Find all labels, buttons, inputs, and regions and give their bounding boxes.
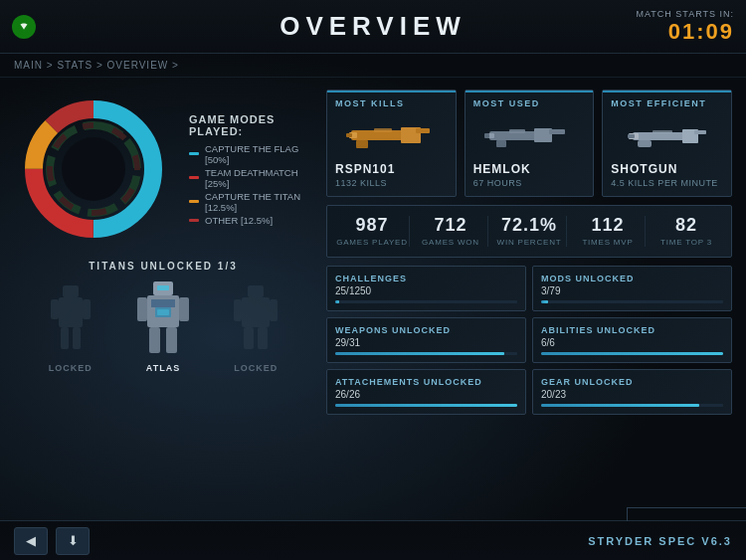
stat-label-games-played: GAMES PLAYED	[335, 238, 409, 247]
progress-bar-bg-abilities	[541, 352, 723, 355]
svg-point-7	[62, 137, 125, 201]
svg-rect-49	[694, 130, 706, 134]
weapon-card-most-used: MOST USED HEMLOK	[465, 90, 595, 197]
svg-rect-27	[270, 299, 278, 321]
stat-games-played: 987 GAMES PLAYED	[335, 216, 410, 247]
weapon-stat-used: 67 HOURS	[473, 178, 586, 188]
right-panel: MOST KILLS RSPN101	[326, 90, 732, 506]
titans-section: TITANS UNLOCKED 1/3	[14, 261, 312, 373]
mode-dot-ctf	[189, 152, 199, 155]
stat-label-win-percent: WIN PERCENT	[492, 238, 566, 247]
match-timer-label: MATCH STARTS IN:	[636, 9, 734, 19]
svg-rect-25	[242, 297, 270, 327]
progress-attachments: ATTACHEMENTS UNLOCKED 26/26	[326, 369, 526, 415]
svg-rect-29	[258, 327, 268, 349]
svg-rect-26	[234, 299, 242, 321]
breadcrumb: MAIN > STATS > OVERVIEW >	[0, 54, 746, 78]
svg-rect-40	[549, 129, 565, 134]
svg-rect-17	[151, 299, 175, 307]
mode-item-ctt: CAPTURE THE TITAN [12.5%]	[189, 191, 312, 213]
stat-label-times-mvp: TIMES MVP	[571, 238, 645, 247]
titan-figure-atlas	[133, 280, 193, 359]
progress-bar-bg-mods	[541, 300, 723, 303]
page-title: OVERVIEW	[280, 11, 466, 42]
mode-label-ctt: CAPTURE THE TITAN [12.5%]	[205, 191, 312, 213]
game-modes-title: GAME MODES PLAYED:	[189, 113, 312, 137]
svg-rect-23	[157, 309, 169, 315]
corner-decoration	[627, 507, 746, 521]
header: OVERVIEW MATCH STARTS IN: 01:09	[0, 0, 746, 54]
progress-label-gear: GEAR UNLOCKED	[541, 377, 723, 387]
svg-rect-35	[374, 128, 392, 132]
svg-rect-9	[59, 297, 83, 327]
svg-rect-50	[653, 130, 672, 133]
stat-value-times-mvp: 112	[571, 216, 645, 236]
svg-rect-20	[149, 327, 160, 353]
svg-rect-33	[416, 128, 430, 133]
progress-bar-fill-mods	[541, 300, 548, 303]
titan-figure-locked-2	[226, 280, 285, 359]
titan-item-locked-2: LOCKED	[226, 280, 285, 373]
svg-rect-43	[484, 133, 489, 138]
progress-value-weapons: 29/31	[335, 337, 517, 348]
weapon-card-most-kills: MOST KILLS RSPN101	[326, 90, 457, 197]
back-icon: ◀	[26, 533, 36, 548]
svg-rect-12	[61, 327, 69, 349]
progress-bar-fill-gear	[541, 404, 699, 407]
svg-rect-18	[137, 297, 147, 321]
mode-dot-ctt	[189, 200, 199, 203]
progress-bar-fill-weapons	[335, 352, 504, 355]
match-timer-value: 01:09	[636, 19, 734, 45]
progress-bar-fill-abilities	[541, 352, 723, 355]
progress-bar-fill-challenges	[335, 300, 339, 303]
svg-rect-19	[179, 297, 189, 321]
main-content: GAME MODES PLAYED: CAPTURE THE FLAG [50%…	[0, 78, 746, 518]
progress-bar-bg-gear	[541, 404, 723, 407]
titan-name-locked-2: LOCKED	[234, 363, 278, 373]
svg-rect-11	[83, 299, 91, 319]
progress-value-mods: 3/79	[541, 285, 723, 296]
weapon-image-efficient	[611, 114, 723, 158]
download-button[interactable]: ⬇	[56, 527, 90, 555]
svg-rect-13	[73, 327, 81, 349]
progress-label-weapons: WEAPONS UNLOCKED	[335, 325, 517, 335]
mode-dot-tdm	[189, 176, 199, 179]
weapon-image-used	[473, 114, 586, 158]
weapon-card-title-used: MOST USED	[473, 98, 586, 108]
svg-rect-10	[51, 299, 59, 319]
progress-value-abilities: 6/6	[541, 337, 723, 348]
weapon-card-title-kills: MOST KILLS	[335, 98, 448, 108]
progress-label-mods: MODS UNLOCKED	[541, 274, 723, 283]
svg-rect-48	[628, 134, 635, 138]
footer-buttons: ◀ ⬇	[14, 527, 90, 555]
svg-rect-21	[166, 327, 177, 353]
svg-rect-44	[633, 132, 690, 140]
titan-figure-locked-1	[41, 280, 100, 359]
titans-label: TITANS UNLOCKED 1/3	[14, 261, 312, 272]
stat-win-percent: 72.1% WIN PERCENT	[492, 216, 567, 247]
progress-bar-bg-weapons	[335, 352, 517, 355]
svg-rect-42	[509, 129, 525, 133]
svg-rect-8	[63, 285, 79, 297]
progress-abilities: ABILITIES UNLOCKED 6/6	[532, 317, 732, 363]
progress-label-challenges: CHALLENGES	[335, 274, 517, 283]
mode-label-ctf: CAPTURE THE FLAG [50%]	[205, 143, 312, 165]
page-wrapper: OVERVIEW MATCH STARTS IN: 01:09 MAIN > S…	[0, 0, 746, 560]
weapon-cards: MOST KILLS RSPN101	[326, 90, 732, 197]
progress-value-attachments: 26/26	[335, 389, 517, 400]
stat-times-mvp: 112 TIMES MVP	[571, 216, 646, 247]
stat-label-time-top3: TIME TOP 3	[650, 238, 723, 247]
svg-rect-39	[496, 140, 506, 147]
weapon-card-most-efficient: MOST EFFICIENT SHOTGUN	[602, 90, 732, 197]
mode-label-other: OTHER [12.5%]	[205, 215, 273, 226]
weapon-name-efficient: SHOTGUN	[611, 162, 723, 176]
progress-weapons: WEAPONS UNLOCKED 29/31	[326, 317, 526, 363]
mode-label-tdm: TEAM DEATHMATCH [25%]	[205, 167, 312, 189]
footer: ◀ ⬇ STRYDER SPEC V6.3	[0, 520, 746, 560]
svg-rect-15	[157, 285, 169, 290]
titan-name-locked-1: LOCKED	[49, 363, 93, 373]
weapon-stat-efficient: 4.5 KILLS PER MINUTE	[611, 178, 723, 188]
back-button[interactable]: ◀	[14, 527, 48, 555]
down-icon: ⬇	[68, 533, 79, 548]
weapon-card-title-efficient: MOST EFFICIENT	[611, 98, 723, 108]
